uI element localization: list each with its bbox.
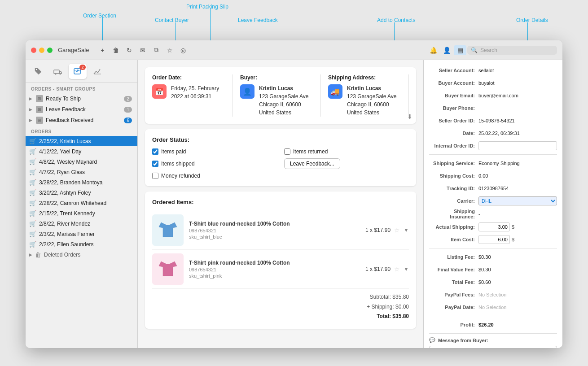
items-shipped-row: Items shipped [152,161,277,167]
order-item-6[interactable]: 🛒 2/28/22, Camron Whitehead [26,198,137,208]
order-item-8[interactable]: 🛒 2/8/22, River Mendez [26,218,137,229]
delete-button[interactable]: 🗑 [110,45,122,55]
internal-order-id-label: Internal Order ID: [429,143,478,148]
order-item-0[interactable]: 🛒 2/25/22, Kristin Lucas [26,136,137,146]
main-panel: Order Date: 📅 Friday, 25. February 2022 … [138,60,423,348]
paypal-date-row: PayPal Date: No Selection [429,302,557,312]
account-button[interactable]: 👤 [440,45,453,55]
item-thumbnail-1 [152,253,184,285]
item-star-0[interactable]: ☆ [394,227,400,234]
order-item-7[interactable]: 🛒 2/15/22, Trent Kennedy [26,208,137,218]
order-item-2[interactable]: 🛒 4/8/22, Wesley Maynard [26,157,137,167]
traffic-lights [31,48,53,53]
order-status-card: Order Status: Items paid Items returned … [145,129,416,186]
divider-1 [429,154,557,155]
deleted-orders-label: Deleted Orders [44,252,80,258]
items-shipped-label: Items shipped [161,161,195,167]
item-expand-1[interactable]: ▼ [404,266,409,272]
items-returned-row: Items returned [284,148,409,155]
buyer-account-row: Buyer Account: buyalot [429,78,557,88]
buyer-phone-row: Buyer Phone: [429,103,557,113]
order-item-4[interactable]: 🛒 3/28/22, Branden Montoya [26,177,137,187]
order-cart-icon-7: 🛒 [29,210,36,217]
items-paid-checkbox[interactable] [152,148,158,155]
minimize-button[interactable] [39,48,44,53]
order-label-9: 2/3/22, Marissa Farmer [39,231,132,237]
close-button[interactable] [31,48,36,53]
buyer-email-label: Buyer Email: [429,93,478,98]
star-button[interactable]: ☆ [163,45,176,55]
internal-order-id-row: Internal Order ID: [429,141,557,151]
main-window: GarageSale + 🗑 ↻ ✉ ⧉ ☆ ◎ 🔔 👤 ▤ 🔍 Search [26,40,562,348]
smart-group-feedback-received[interactable]: ▶ ⊞ Feedback Received 6 [26,115,137,126]
leave-feedback-annotation: Leave Feedback [238,17,278,23]
sg-count-received: 6 [124,118,132,123]
shipping-service-value: Economy Shipping [478,161,557,166]
smart-group-ready-to-ship[interactable]: ▶ ⊞ Ready To Ship 2 [26,93,137,104]
order-item-9[interactable]: 🛒 2/3/22, Marissa Farmer [26,229,137,239]
expand-icon-2: ▶ [29,107,32,112]
expand-icon-3: ▶ [29,118,32,122]
sidebar-tab-shipping[interactable] [49,64,67,79]
internal-order-id-input[interactable] [478,141,557,150]
email-button[interactable]: ✉ [136,45,149,55]
sidebar-tab-tags[interactable] [29,64,47,79]
item-sku-id-1: 0987654321 [189,267,360,272]
sidebar-toggle-button[interactable]: ▤ [454,45,466,55]
toggle-button[interactable]: ◎ [177,45,189,55]
item-cost-input-group: $ [478,235,557,244]
item-info-0: T-Shirt blue round-necked 100% Cotton 09… [189,221,360,240]
money-refunded-checkbox[interactable] [152,173,158,179]
smart-group-leave-feedback[interactable]: ▶ ⊞ Leave Feedback 1 [26,104,137,115]
item-info-1: T-Shirt pink round-necked 100% Cotton 09… [189,260,360,279]
maximize-button[interactable] [47,48,53,53]
add-button[interactable]: + [96,45,109,55]
actual-shipping-input[interactable] [478,222,510,231]
carrier-row: Carrier: DHL FedEx UPS USPS [429,196,557,206]
seller-order-id-row: Seller Order ID: 15-09876-54321 [429,116,557,126]
orders-header: ORDERS [26,126,137,136]
download-icon[interactable]: ⬇ [407,113,412,120]
order-item-1[interactable]: 🛒 4/12/22, Yael Day [26,146,137,157]
titlebar: GarageSale + 🗑 ↻ ✉ ⧉ ☆ ◎ 🔔 👤 ▤ 🔍 Search [26,40,562,60]
add-to-contacts-annotation: Add to Contacts [377,17,415,23]
order-totals: Subtotal: $35.80 + Shipping: $0.00 Total… [152,289,409,322]
item-sku-code-1: sku_tshirt_pink [189,273,360,279]
message-box [429,346,557,348]
item-row-0: T-Shirt blue round-necked 100% Cotton 09… [152,211,409,250]
profit-row: Profit: $26.20 [429,320,557,330]
order-date-section: Order Date: 📅 Friday, 25. February 2022 … [152,74,233,117]
seller-order-id-value: 15-09876-54321 [478,118,557,123]
items-shipped-checkbox[interactable] [152,161,158,167]
expand-icon: ▶ [29,96,32,101]
order-section-annotation: Order Section [83,13,116,19]
carrier-select[interactable]: DHL FedEx UPS USPS [478,196,557,205]
tracking-id-row: Tracking ID: 01230987654 [429,183,557,193]
item-cost-input[interactable] [478,235,510,244]
order-cart-icon-3: 🛒 [29,169,36,175]
notification-button[interactable]: 🔔 [427,45,439,55]
search-bar[interactable]: 🔍 Search [467,46,557,55]
duplicate-button[interactable]: ⧉ [150,45,162,55]
carrier-label: Carrier: [429,198,478,204]
item-cost-label: Item Cost: [429,237,478,242]
deleted-orders-item[interactable]: ▶ 🗑 Deleted Orders [26,249,137,260]
sidebar-tab-orders[interactable]: 2 [69,64,87,79]
date-label-right: Date: [429,131,478,136]
items-returned-checkbox[interactable] [284,148,290,155]
svg-point-2 [55,74,57,75]
refresh-button[interactable]: ↻ [123,45,136,55]
item-star-1[interactable]: ☆ [394,266,400,273]
svg-point-3 [60,74,61,75]
buyer-email-row: Buyer Email: buyer@email.com [429,91,557,100]
order-item-10[interactable]: 🛒 2/2/22, Ellen Saunders [26,239,137,249]
sidebar-tab-analytics[interactable] [88,64,106,79]
order-cart-icon-8: 🛒 [29,220,36,227]
profit-value: $26.20 [478,322,557,327]
leave-feedback-button[interactable]: Leave Feedback... [284,158,340,169]
item-expand-0[interactable]: ▼ [404,227,409,233]
order-item-3[interactable]: 🛒 4/7/22, Ryan Glass [26,167,137,177]
order-item-5[interactable]: 🛒 3/20/22, Ashtyn Foley [26,187,137,198]
order-cart-icon-10: 🛒 [29,241,36,248]
shipping-insurance-value: - [478,211,557,217]
